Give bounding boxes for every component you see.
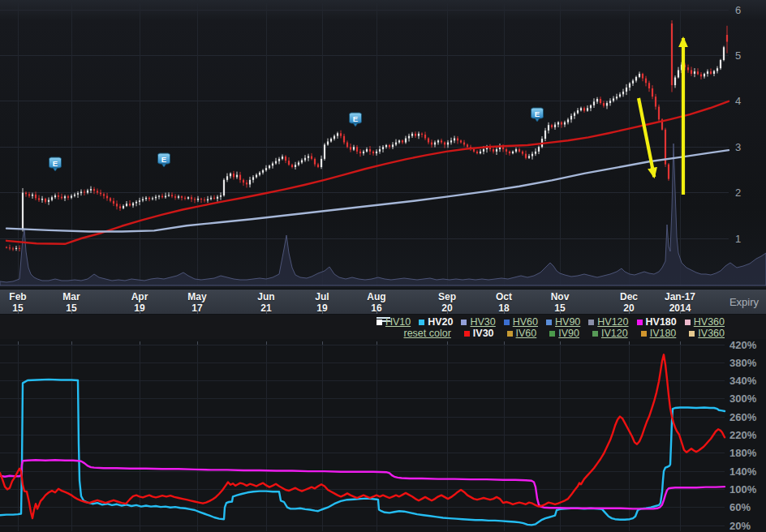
color-swatch-icon: [592, 331, 598, 337]
color-swatch-icon: [689, 331, 695, 337]
legend-label: HV120: [597, 316, 628, 328]
legend-item-iv60[interactable]: IV60: [507, 328, 537, 339]
legend-item-iv180[interactable]: IV180: [641, 328, 677, 339]
price-axis-label: 1: [735, 233, 741, 245]
svg-text:E: E: [353, 114, 358, 123]
percent-axis-label: 100%: [729, 483, 757, 496]
color-swatch-icon: [461, 320, 467, 325]
reset-color-link[interactable]: reset color: [403, 328, 450, 339]
svg-text:E: E: [53, 159, 58, 168]
axis-tick: [197, 311, 198, 314]
color-swatch-icon: [641, 331, 647, 337]
iv-legend-row: reset color IV30IV60IV90IV120IV180IV360: [403, 328, 725, 339]
earnings-marker-icon[interactable]: E: [531, 108, 544, 122]
legend-label: IV180: [650, 328, 677, 339]
annotation-arrow-down: [639, 98, 654, 177]
legend-item-hv30[interactable]: HV30: [461, 316, 495, 328]
legend-item-hv180[interactable]: HV180: [637, 316, 677, 328]
hv-legend-row: HV10HV20HV30HV60HV90HV120HV180HV360: [368, 316, 725, 328]
svg-text:E: E: [161, 155, 166, 164]
series-legend: HV10HV20HV30HV60HV90HV120HV180HV360 rese…: [368, 316, 725, 339]
legend-item-hv90[interactable]: HV90: [546, 316, 580, 328]
price-chart-panel[interactable]: EEEE654321: [0, 0, 766, 289]
axis-tick: [560, 311, 561, 314]
legend-item-hv20[interactable]: HV20: [419, 316, 453, 328]
percent-axis-label: 260%: [729, 411, 757, 423]
price-axis-label: 2: [735, 187, 741, 199]
svg-text:E: E: [535, 109, 540, 118]
percent-axis-label: 140%: [729, 466, 757, 478]
volatility-line-chart[interactable]: 420%380%340%300%260%220%180%140%100%60%2…: [0, 339, 766, 532]
axis-tick: [18, 311, 19, 314]
series-line-iv30: [0, 354, 725, 518]
expiry-axis-strip: Expiry Feb15Mar15Apr19May17Jun21Jul19Aug…: [0, 289, 766, 315]
axis-tick: [629, 311, 630, 314]
legend-label: IV60: [516, 328, 537, 339]
candlesticks: [6, 20, 728, 251]
color-swatch-icon: [549, 331, 555, 337]
price-axis-label: 5: [735, 49, 741, 62]
percent-axis-label: 180%: [729, 447, 757, 459]
color-swatch-icon: [546, 320, 552, 325]
axis-tick: [680, 311, 681, 314]
legend-label: HV30: [470, 316, 495, 328]
legend-item-iv30[interactable]: IV30: [464, 328, 494, 339]
color-swatch-icon: [685, 320, 691, 325]
percent-axis-label: 60%: [729, 501, 751, 513]
color-swatch-icon: [464, 331, 470, 337]
price-gridlines: [0, 3, 729, 285]
color-swatch-icon: [377, 320, 382, 325]
expiry-axis-title: Expiry: [729, 296, 759, 308]
legend-item-iv120[interactable]: IV120: [592, 328, 628, 339]
legend-label: IV360: [698, 328, 725, 339]
axis-tick: [266, 311, 267, 314]
legend-label: HV60: [513, 316, 538, 328]
axis-tick: [140, 311, 140, 314]
color-swatch-icon: [419, 320, 424, 325]
percent-axis-label: 20%: [729, 520, 751, 532]
price-axis-label: 6: [735, 4, 741, 16]
earnings-marker-icon[interactable]: E: [350, 113, 362, 127]
color-swatch-icon: [637, 320, 643, 325]
axis-tick: [447, 311, 448, 314]
percent-axis-label: 220%: [729, 429, 757, 441]
ma-fast-line: [6, 101, 729, 244]
legend-item-hv120[interactable]: HV120: [588, 316, 628, 328]
series-line-hv20: [0, 380, 725, 526]
percent-axis-label: 300%: [729, 393, 757, 405]
legend-item-hv10[interactable]: HV10: [377, 316, 411, 328]
volatility-chart-panel[interactable]: 420%380%340%300%260%220%180%140%100%60%2…: [0, 339, 766, 532]
trading-chart-window: EEEE654321 Expiry Feb15Mar15Apr19May17Ju…: [0, 0, 766, 532]
earnings-marker-icon[interactable]: E: [49, 157, 62, 171]
legend-item-iv360[interactable]: IV360: [689, 328, 725, 339]
legend-label: IV90: [558, 328, 579, 339]
earnings-marker-icon[interactable]: E: [158, 153, 170, 167]
ma-slow-line: [6, 150, 729, 231]
price-axis-label: 4: [735, 95, 741, 107]
legend-label: IV120: [601, 328, 628, 339]
percent-axis-label: 340%: [729, 375, 757, 387]
color-swatch-icon: [504, 320, 510, 325]
legend-label: HV180: [646, 316, 677, 328]
axis-tick: [71, 311, 72, 314]
percent-axis-label: 380%: [729, 357, 757, 369]
legend-label: HV360: [694, 316, 725, 328]
price-candlestick-chart[interactable]: EEEE654321: [0, 0, 766, 289]
axis-tick: [322, 311, 323, 314]
legend-item-iv90[interactable]: IV90: [549, 328, 579, 339]
legend-label: IV30: [473, 328, 494, 339]
color-swatch-icon: [588, 320, 594, 325]
color-swatch-icon: [507, 331, 513, 337]
price-axis-label: 3: [735, 141, 741, 153]
legend-label: HV10: [385, 316, 411, 328]
legend-item-hv360[interactable]: HV360: [685, 316, 725, 328]
x-axis-expiry-label: Feb15: [0, 291, 45, 314]
legend-label: HV20: [428, 316, 453, 328]
axis-tick: [377, 311, 377, 314]
percent-axis-label: 420%: [729, 339, 757, 351]
legend-label: HV90: [555, 316, 580, 328]
legend-item-hv60[interactable]: HV60: [504, 316, 538, 328]
axis-tick: [504, 311, 505, 314]
